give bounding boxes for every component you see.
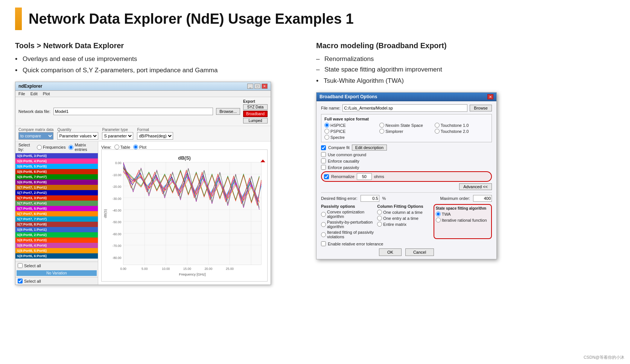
iterated-fitting-item: Iterated fitting of passivity violations <box>321 230 375 239</box>
renormalize-checkbox[interactable] <box>324 174 329 179</box>
menu-edit[interactable]: Edit <box>30 91 38 96</box>
list-item[interactable]: S(8:Port8, 1:Port1) <box>15 227 98 232</box>
edit-description-button[interactable]: Edit description <box>352 145 387 151</box>
list-item[interactable]: S(7:Port7, 7:Port7) <box>15 216 98 222</box>
svg-text:-20.00: -20.00 <box>113 185 122 189</box>
param-type-group: Parameter type S parameter <box>102 128 133 140</box>
select-all-top-checkbox[interactable] <box>18 263 23 268</box>
convex-opt-radio[interactable] <box>321 212 326 217</box>
list-item[interactable]: S(8:Port6, 6:Port6) <box>15 253 98 259</box>
nexxim-radio[interactable] <box>379 123 384 128</box>
watermark: CSDN@等着你的小沐 <box>584 355 624 360</box>
syz-data-button[interactable]: SYZ Data <box>243 104 268 110</box>
table-radio[interactable] <box>114 145 119 149</box>
compare-matrix-select[interactable]: to compare <box>18 132 53 140</box>
matrix-entries-radio[interactable] <box>68 145 73 150</box>
plot-radio[interactable] <box>133 145 138 149</box>
convex-opt-label: Convex optimization algorithm <box>327 210 375 219</box>
list-item[interactable]: S(6:Port5, 3:Port3) <box>15 153 98 158</box>
one-col-radio[interactable] <box>377 210 382 215</box>
frequencies-radio[interactable] <box>37 145 42 150</box>
pspice-radio[interactable] <box>324 129 329 134</box>
maximize-button[interactable]: □ <box>254 84 260 89</box>
plot-label: Plot <box>139 145 146 149</box>
ok-button[interactable]: OK <box>379 248 402 256</box>
simplorer-radio[interactable] <box>379 129 384 134</box>
table-radio-group: Table <box>114 145 130 149</box>
frequencies-label: Frequencies <box>43 145 66 149</box>
svg-text:20.00: 20.00 <box>204 267 212 271</box>
param-type-select[interactable]: S parameter <box>102 132 133 140</box>
lumped-button[interactable]: Lumped <box>243 118 268 123</box>
list-item[interactable]: S(6:Port6, 6:Port6) <box>15 169 98 174</box>
quantity-select[interactable]: Parameter values <box>57 132 98 140</box>
one-entry-radio[interactable] <box>377 216 382 221</box>
list-item[interactable]: S(6:Port6, 8:Port8) <box>15 180 98 185</box>
list-item[interactable]: S(7:Port7, 6:Port6) <box>15 211 98 216</box>
bbexport-close-button[interactable]: ✕ <box>487 94 493 99</box>
enable-relative-checkbox[interactable] <box>321 241 326 246</box>
dash-item-2: State space fitting algorithm improvemen… <box>316 66 615 73</box>
touchstone10-radio[interactable] <box>435 123 440 128</box>
list-item[interactable]: S(7:Port8, 8:Port8) <box>15 222 98 227</box>
network-file-input[interactable] <box>53 108 213 115</box>
entire-matrix-label: Entire matrix <box>383 222 406 227</box>
list-item[interactable]: S(7:Port5, 5:Port5) <box>15 206 98 211</box>
list-item[interactable]: S(8:Port3, 3:Port3) <box>15 238 98 243</box>
column-fitting-title: Column Fitting Options <box>377 204 431 209</box>
pspice-label: PSPICE <box>330 129 345 134</box>
spectre-radio-item: Spectre <box>324 135 378 140</box>
browse-button[interactable]: Browse... <box>216 108 240 115</box>
iterative-rational-radio[interactable] <box>436 218 441 222</box>
list-item[interactable]: S(8:Port8, 2:Port2) <box>15 232 98 238</box>
close-button[interactable]: ✕ <box>262 84 268 89</box>
renormalize-input[interactable] <box>357 173 372 180</box>
list-item[interactable]: S(7:Port7, 1:Port1) <box>15 185 98 190</box>
passivity-checkbox[interactable] <box>321 165 326 170</box>
common-ground-checkbox[interactable] <box>321 152 326 157</box>
page-title: Network Data Explorer (NdE) Usage Exampl… <box>29 11 354 27</box>
filename-browse-button[interactable]: Browse <box>470 105 492 111</box>
hspice-radio[interactable] <box>324 123 329 128</box>
matrix-entries-radio-group: Matrix entries <box>68 143 95 152</box>
list-item[interactable]: S(6:Port5, 5:Port5) <box>15 164 98 169</box>
passivity-perturb-item: Passivity-by-perturbation algorithm <box>321 220 375 229</box>
touchstone10-label: Touchstone 1.0 <box>441 123 469 128</box>
svg-text:-30.00: -30.00 <box>113 197 122 201</box>
svg-text:25.00: 25.00 <box>226 267 234 271</box>
menu-file[interactable]: File <box>18 91 25 96</box>
spectre-radio[interactable] <box>324 135 329 140</box>
list-item[interactable]: S(7:Port7, 2:Port2) <box>15 190 98 195</box>
touchstone20-radio[interactable] <box>435 129 440 134</box>
minimize-button[interactable]: _ <box>247 84 253 89</box>
bbexport-titlebar: Broadband Export Options ✕ <box>317 93 496 101</box>
twa-radio[interactable] <box>436 212 441 216</box>
select-all-bottom-checkbox[interactable] <box>18 279 23 283</box>
iterated-fitting-radio[interactable] <box>321 232 326 237</box>
list-item[interactable]: S(6:Port5, 7:Port7) <box>15 174 98 180</box>
entire-matrix-radio[interactable] <box>377 222 382 227</box>
format-select[interactable]: dB/Phase(deg) <box>137 132 173 140</box>
broadband-button[interactable]: Broadband <box>243 111 268 117</box>
fitting-error-input[interactable] <box>361 195 379 202</box>
svg-text:-10.00: -10.00 <box>113 173 122 177</box>
right-bullet-1: Tsuk-White Algorithm (TWA) <box>316 77 615 85</box>
svg-text:dB(S): dB(S) <box>103 209 107 218</box>
one-entry-item: One entry at a time <box>377 216 431 221</box>
max-order-input[interactable] <box>473 195 492 202</box>
list-item[interactable]: S(7:Port7, 4:Port4) <box>15 201 98 206</box>
causality-label: Enforce causality <box>328 159 359 163</box>
passivity-perturb-radio[interactable] <box>321 222 326 227</box>
list-item[interactable]: S(8:Port8, 4:Port4) <box>15 243 98 248</box>
list-item[interactable]: S(7:Port3, 3:Port3) <box>15 195 98 201</box>
causality-checkbox[interactable] <box>321 158 326 163</box>
list-item[interactable]: S(6:Port6, 4:Port4) <box>15 158 98 164</box>
filename-input[interactable] <box>342 104 467 112</box>
enable-relative-label: Enable relative error tolerance <box>328 242 383 246</box>
advanced-button[interactable]: Advanced << <box>459 183 492 190</box>
list-item[interactable]: S(8:Port8, 5:Port5) <box>15 248 98 253</box>
menu-plot[interactable]: Plot <box>43 91 50 96</box>
pspice-radio-item: PSPICE <box>324 129 378 134</box>
cancel-button[interactable]: Cancel <box>405 248 434 256</box>
compare-fit-checkbox[interactable] <box>321 145 326 150</box>
